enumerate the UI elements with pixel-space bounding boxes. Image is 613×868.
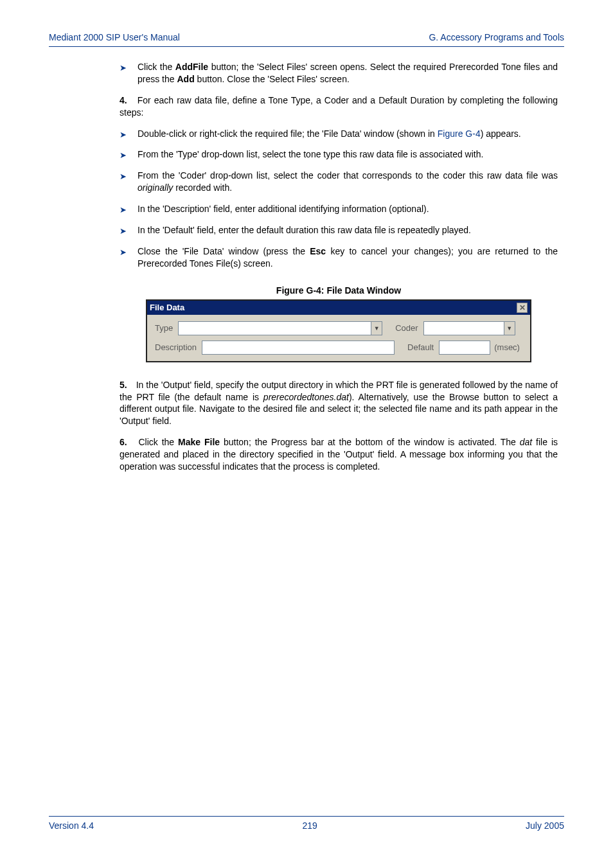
footer-rule: [49, 816, 564, 817]
label-coder: Coder: [395, 323, 418, 333]
footer-row: Version 4.4 219 July 2005: [49, 820, 564, 831]
text: Double-click or right-click the required…: [138, 128, 438, 139]
button-name-add: Add: [177, 74, 194, 84]
close-icon[interactable]: ✕: [517, 303, 528, 313]
sub-bullet-list: ➤ Double-click or right-click the requir…: [120, 128, 558, 270]
figure-ref-link[interactable]: Figure G-4: [438, 128, 481, 139]
emph-originally: originally: [138, 182, 173, 193]
chevron-down-icon[interactable]: ▼: [371, 321, 382, 335]
triangle-icon: ➤: [120, 171, 127, 182]
text: button. Close the 'Select Files' screen.: [195, 74, 350, 84]
row-desc-default: Description Default (msec): [155, 341, 522, 355]
text: recorded with.: [173, 182, 232, 193]
header-right: G. Accessory Programs and Tools: [429, 32, 564, 42]
sub-bullet-4: ➤ In the 'Description' field, enter addi…: [120, 203, 558, 215]
description-input[interactable]: [202, 341, 395, 355]
triangle-icon: ➤: [120, 204, 127, 216]
label-default: Default: [407, 342, 434, 352]
chevron-down-icon[interactable]: ▼: [504, 321, 515, 335]
text: Click the: [138, 62, 175, 72]
text: ) appears.: [481, 128, 521, 139]
step6-para: 6. Click the Make File button; the Progr…: [120, 436, 558, 473]
emph-filename: prerecordedtones.dat: [263, 392, 349, 402]
row-type-coder: Type ▼ Coder ▼: [155, 321, 522, 335]
triangle-icon: ➤: [120, 129, 127, 141]
button-name-makefile: Make File: [178, 437, 220, 447]
emph-dat: dat: [520, 437, 532, 447]
page-header: Mediant 2000 SIP User's Manual G. Access…: [49, 32, 564, 42]
type-dropdown[interactable]: [178, 321, 371, 335]
triangle-icon: ➤: [120, 247, 127, 258]
text: Click the: [138, 437, 178, 447]
triangle-icon: ➤: [120, 226, 127, 237]
content: ➤ Click the AddFile button; the 'Select …: [49, 61, 564, 473]
label-type: Type: [155, 323, 173, 333]
footer-right: July 2005: [526, 820, 564, 831]
default-input[interactable]: [439, 341, 490, 355]
footer-center: 219: [302, 820, 317, 831]
window-titlebar: File Data ✕: [147, 301, 530, 315]
step4-label: 4.: [120, 95, 127, 105]
top-bullet-list: ➤ Click the AddFile button; the 'Select …: [120, 61, 558, 85]
coder-dropdown[interactable]: [423, 321, 504, 335]
key-esc: Esc: [310, 246, 326, 256]
text: In the 'Default' field, enter the defaul…: [138, 225, 471, 235]
text: From the 'Coder' drop-down list, select …: [138, 170, 558, 181]
button-name-addfile: AddFile: [175, 62, 208, 72]
figure-caption: Figure G-4: File Data Window: [120, 285, 558, 296]
sub-bullet-1: ➤ Double-click or right-click the requir…: [120, 128, 558, 140]
sub-bullet-6: ➤ Close the 'File Data' window (press th…: [120, 245, 558, 270]
step5-label: 5.: [120, 380, 127, 390]
step4-text: For each raw data file, define a Tone Ty…: [120, 95, 558, 118]
text: Close the 'File Data' window (press the: [138, 246, 310, 256]
step6-label: 6.: [120, 437, 127, 447]
step5-para: 5. In the 'Output' field, specify the ou…: [120, 379, 558, 428]
sub-bullet-3: ➤ From the 'Coder' drop-down list, selec…: [120, 170, 558, 194]
header-left: Mediant 2000 SIP User's Manual: [49, 32, 180, 42]
window-body: Type ▼ Coder ▼ Description Default (msec…: [147, 315, 530, 361]
label-msec: (msec): [494, 342, 520, 352]
text: button; the Progress bar at the bottom o…: [220, 437, 520, 447]
window-title: File Data: [150, 303, 184, 312]
sub-bullet-5: ➤ In the 'Default' field, enter the defa…: [120, 224, 558, 236]
footer-left: Version 4.4: [49, 820, 94, 831]
sub-bullet-2: ➤ From the 'Type' drop-down list, select…: [120, 148, 558, 161]
text: In the 'Description' field, enter additi…: [138, 204, 429, 214]
figure-file-data-window: File Data ✕ Type ▼ Coder ▼ Description: [146, 299, 531, 362]
page: Mediant 2000 SIP User's Manual G. Access…: [0, 0, 613, 868]
text: From the 'Type' drop-down list, select t…: [138, 149, 483, 159]
step4-para: 4. For each raw data file, define a Tone…: [120, 94, 558, 119]
triangle-icon: ➤: [120, 150, 127, 161]
label-description: Description: [155, 342, 197, 352]
header-rule: [49, 46, 564, 47]
page-footer: Version 4.4 219 July 2005: [49, 816, 564, 831]
bullet-addfile: ➤ Click the AddFile button; the 'Select …: [120, 61, 558, 85]
triangle-icon: ➤: [120, 62, 127, 74]
